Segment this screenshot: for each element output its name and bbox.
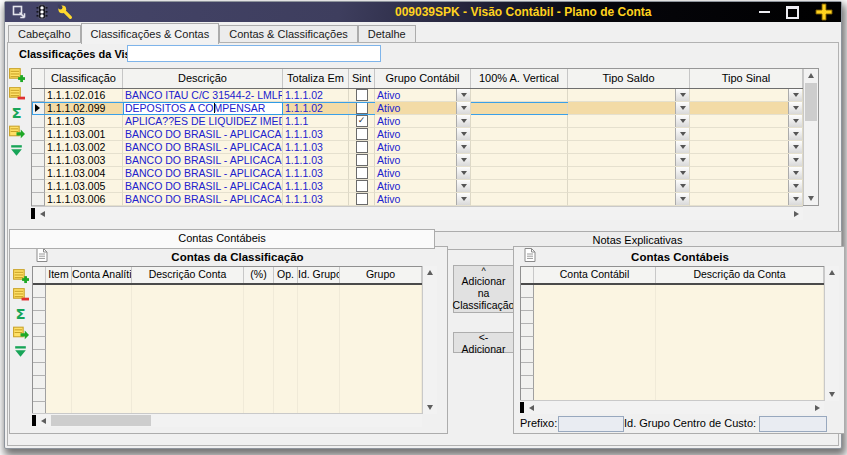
grid-row[interactable]: 1.1.1.03.002BANCO DO BRASIL - APLICACAO … [32,141,803,154]
cell-totaliza-em[interactable]: 1.1.1.03 [283,167,349,180]
grid-cell[interactable] [656,376,824,389]
row-indicator[interactable] [32,128,45,141]
grid-row[interactable]: 1.1.1.02.016BANCO ITAU C/C 31544-2- LMLR… [32,89,803,102]
grid-cell[interactable] [656,324,824,337]
row-indicator[interactable] [521,363,534,376]
grid-cell[interactable] [656,298,824,311]
grid-cell[interactable] [274,389,298,402]
left-grid-vscrollbar[interactable] [422,266,437,414]
row-indicator[interactable] [32,167,45,180]
cell-tipo-sinal[interactable] [690,180,803,193]
grid-cell[interactable] [340,285,422,298]
export-record-button[interactable] [12,324,29,341]
grid-cell[interactable] [244,337,274,350]
row-indicator[interactable] [521,311,534,324]
grid-cell[interactable] [46,350,72,363]
tab-contas-contabeis[interactable]: Contas Contábeis [9,229,435,249]
row-indicator[interactable] [521,350,534,363]
grid-row[interactable] [521,311,824,324]
cell-tipo-sinal[interactable] [690,102,803,115]
grid-cell[interactable] [274,350,298,363]
row-indicator[interactable] [521,376,534,389]
grid-row[interactable] [33,376,422,389]
id-grupo-centro-custo-input[interactable] [759,416,827,432]
grid-cell[interactable] [340,389,422,402]
grid-row[interactable]: 1.1.1.03.006BANCO DO BRASIL - APLICACAO … [32,193,803,206]
grid-cell[interactable] [298,298,340,311]
cell-tipo-sinal[interactable] [690,89,803,102]
cell-classificacao[interactable]: 1.1.1.03.005 [45,180,123,193]
cell-tipo-sinal[interactable] [690,141,803,154]
row-indicator[interactable] [33,363,46,376]
grid-cell[interactable] [656,285,824,298]
row-indicator[interactable] [32,89,45,102]
cell-grupo-contabil[interactable]: Ativo [375,115,471,128]
cell-tipo-sinal[interactable] [690,115,803,128]
dropdown-arrow[interactable] [456,154,470,166]
row-indicator[interactable] [32,180,45,193]
wrench-icon[interactable] [57,4,73,20]
row-indicator[interactable] [33,324,46,337]
dropdown-arrow[interactable] [788,89,802,101]
cell-sint[interactable] [349,102,375,115]
cell-tipo-sinal[interactable] [690,154,803,167]
cell-descricao[interactable]: BANCO DO BRASIL - APLICACAO AUTO M [123,180,283,193]
dropdown-arrow[interactable] [675,193,689,205]
cell-sint[interactable] [349,167,375,180]
grid-cell[interactable] [132,389,244,402]
grid-cell[interactable] [656,337,824,350]
cell-sint[interactable] [349,180,375,193]
grid-cell[interactable] [72,298,132,311]
cell-sint[interactable] [349,154,375,167]
grid-cell[interactable] [298,363,340,376]
grid-cell[interactable] [46,376,72,389]
row-indicator[interactable] [32,193,45,206]
grid-cell[interactable] [340,376,422,389]
row-indicator[interactable] [33,311,46,324]
dropdown-arrow[interactable] [456,167,470,179]
grid-cell[interactable] [534,363,656,376]
grid-cell[interactable] [72,389,132,402]
grid-cell[interactable] [298,376,340,389]
cell-tipo-saldo[interactable] [568,128,690,141]
dropdown-arrow[interactable] [788,115,802,127]
cell-classificacao[interactable]: 1.1.1.03.004 [45,167,123,180]
sint-checkbox[interactable] [356,89,368,101]
grid-cell[interactable] [72,311,132,324]
restore-window-icon[interactable] [11,4,27,20]
cell-descricao[interactable]: BANCO ITAU C/C 31544-2- LMLR [123,89,283,102]
adicionar-na-classificacao-button[interactable]: ^ Adicionar na Classificação [453,265,514,313]
grid-cell[interactable] [656,363,824,376]
row-indicator[interactable] [521,285,534,298]
cell-100-vertical[interactable] [471,193,568,206]
dropdown-arrow[interactable] [456,102,470,114]
grid-row[interactable] [33,389,422,402]
grid-cell[interactable] [244,350,274,363]
cell-totaliza-em[interactable]: 1.1.1.03 [283,141,349,154]
grid-row[interactable]: 1.1.1.03.001BANCO DO BRASIL - APLICACAO … [32,128,803,141]
cell-classificacao[interactable]: 1.1.1.03.001 [45,128,123,141]
dropdown-arrow[interactable] [675,102,689,114]
row-indicator[interactable] [33,350,46,363]
cell-100-vertical[interactable] [471,115,568,128]
cell-grupo-contabil[interactable]: Ativo [375,180,471,193]
cell-totaliza-em[interactable]: 1.1.1.02 [283,102,349,115]
prefixo-input[interactable] [558,416,624,432]
grid-cell[interactable] [132,350,244,363]
row-indicator[interactable] [32,102,45,115]
row-indicator[interactable] [33,337,46,350]
main-grid-hscrollbar[interactable] [31,206,803,220]
grid-row[interactable] [521,363,824,376]
adicionar-button[interactable]: <- Adicionar [453,332,514,353]
grid-cell[interactable] [340,324,422,337]
row-indicator[interactable] [521,337,534,350]
cell-totaliza-em[interactable]: 1.1.1.03 [283,154,349,167]
sint-checkbox[interactable] [356,102,368,114]
export-record-button[interactable] [8,123,25,140]
grid-cell[interactable] [72,376,132,389]
cell-descricao[interactable]: BANCO DO BRASIL - APLICACAO AUTO M [123,128,283,141]
cell-grupo-contabil[interactable]: Ativo [375,89,471,102]
dropdown-arrow[interactable] [788,102,802,114]
dropdown-arrow[interactable] [456,141,470,153]
row-indicator[interactable] [32,141,45,154]
